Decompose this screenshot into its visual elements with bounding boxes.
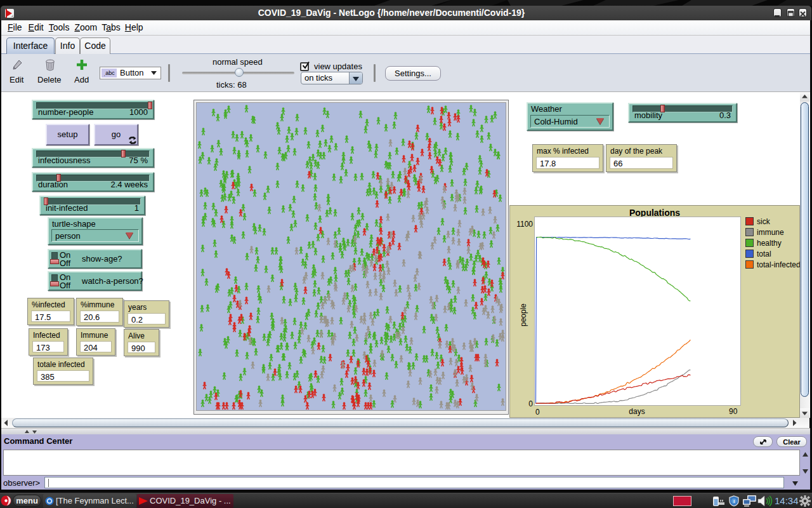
svg-text:i: i	[733, 498, 735, 504]
